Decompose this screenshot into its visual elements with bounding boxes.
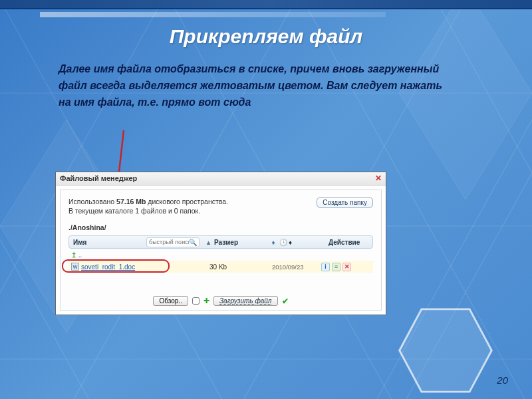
dialog-footer: Обзор.. ✚ Загрузить файл ✔	[61, 296, 381, 306]
clock-icon: 🕓	[279, 239, 287, 246]
sort-date-icon[interactable]: ♦	[289, 239, 292, 246]
slide-top-accent	[40, 12, 386, 17]
doc-file-icon: W	[71, 263, 79, 271]
col-name-label[interactable]: Имя	[73, 239, 86, 246]
file-row[interactable]: W soveti_rodit_1.doc 30 Kb 2010/09/23 i …	[68, 261, 373, 273]
up-arrow-icon: ↥	[71, 251, 76, 259]
disk-suffix: дискового пространства.	[146, 198, 228, 205]
dialog-title: Файловый менеджер	[60, 174, 137, 182]
info-icon[interactable]: i	[321, 263, 330, 271]
table-header: Имя 🔍 ▴ Размер ♦ 🕓♦ Действие	[68, 235, 373, 249]
file-manager-dialog: Файловый менеджер ✕ Использовано 57.16 M…	[55, 172, 386, 315]
slide-title: Прикрепляем файл	[0, 25, 532, 48]
page-number: 20	[497, 374, 508, 386]
file-size: 30 Kb	[209, 263, 272, 271]
confirm-icon[interactable]: ✔	[282, 297, 289, 306]
create-folder-button[interactable]: Создать папку	[317, 197, 373, 208]
upload-button[interactable]: Загрузить файл	[213, 296, 278, 306]
browse-button[interactable]: Обзор..	[153, 296, 188, 306]
file-name-link[interactable]: soveti_rodit_1.doc	[81, 263, 135, 271]
search-input[interactable]	[149, 239, 189, 245]
parent-dots: ..	[78, 251, 82, 259]
disk-prefix: Использовано	[68, 198, 116, 205]
disk-value: 57.16 Mb	[116, 198, 146, 205]
col-actions-label: Действие	[326, 239, 372, 246]
sort-name-icon[interactable]: ▴	[202, 239, 214, 246]
plus-icon[interactable]: ✚	[203, 297, 209, 305]
svg-marker-17	[400, 309, 492, 392]
catalog-count: В текущем каталоге 1 файлов и 0 папок.	[68, 207, 200, 215]
col-size-label[interactable]: Размер	[214, 239, 267, 246]
search-icon[interactable]: 🔍	[189, 239, 197, 246]
delete-icon[interactable]: ✕	[342, 263, 351, 271]
instruction-text: Далее имя файла отобразиться в списке, п…	[59, 61, 444, 110]
parent-dir-row[interactable]: ↥ ..	[68, 249, 373, 261]
decorative-hexagon	[396, 307, 495, 394]
close-icon[interactable]: ✕	[374, 174, 383, 183]
slide-top-bar	[0, 0, 532, 9]
sort-size-icon[interactable]: ♦	[267, 239, 279, 246]
col-date[interactable]: 🕓♦	[279, 239, 326, 246]
dialog-titlebar: Файловый менеджер ✕	[56, 172, 386, 186]
quick-search[interactable]: 🔍	[146, 237, 200, 247]
rename-icon[interactable]: ≡	[332, 263, 340, 271]
upload-checkbox[interactable]	[192, 297, 200, 305]
current-path[interactable]: ./Anoshina/	[68, 215, 373, 231]
disk-usage-info: Использовано 57.16 Mb дискового простран…	[68, 197, 228, 215]
file-date: 2010/09/23	[272, 263, 321, 271]
